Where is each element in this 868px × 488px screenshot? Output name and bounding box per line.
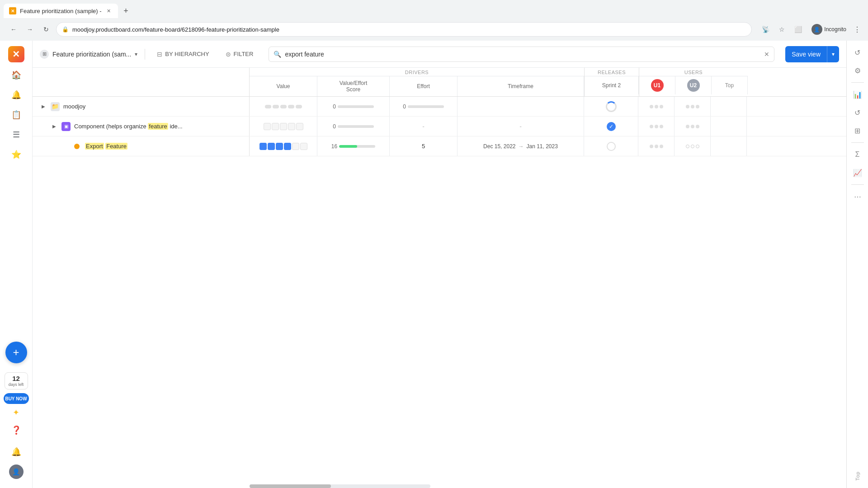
tab-close-button[interactable]: ✕ [105,7,113,14]
component-top-cell[interactable] [711,117,747,136]
reload-button[interactable]: ↻ [40,23,52,36]
drivers-label: DRIVERS [250,68,584,76]
right-sidebar: ↺ ⚙ 📊 ↺ ⊞ Σ 📈 ⋯ Top [846,41,868,488]
formula-button[interactable]: Σ [849,146,866,163]
component-u2-cell[interactable] [675,117,711,136]
add-button[interactable]: + [5,342,27,363]
more-button[interactable]: ⋯ [849,188,866,205]
filter-button[interactable]: ⊜ FILTER [221,48,258,61]
highlight-feature: feature [148,123,168,130]
component-value-cell[interactable] [250,117,317,136]
sidebar-item-list[interactable]: ☰ [7,126,25,144]
sidebar-divider [851,82,864,83]
component-score-cell[interactable]: 0 [317,117,390,136]
search-bar[interactable]: 🔍 ✕ [269,47,774,62]
analytics-button[interactable]: 📈 [849,164,866,181]
effort-header[interactable]: Effort [390,76,458,96]
refresh-button[interactable]: ↺ [849,44,866,61]
cast-button[interactable]: 📡 [759,23,772,36]
url-bar[interactable]: 🔒 moodjoy.productboard.com/feature-board… [56,22,752,37]
horizontal-scrollbar[interactable] [250,484,430,488]
buy-now-button[interactable]: BUY NOW [4,393,29,404]
search-clear-icon[interactable]: ✕ [764,51,769,58]
export-sprint2-cell[interactable] [584,136,638,156]
sync-button[interactable]: ↺ [849,104,866,121]
hierarchy-button[interactable]: ⊟ BY HIERARCHY [152,48,213,61]
sidebar-item-insights[interactable]: ⭐ [7,145,25,164]
component-effort-cell[interactable]: - [390,117,458,136]
export-top-cell[interactable] [711,136,747,156]
save-view-button[interactable]: Save view ▾ [785,46,839,62]
browser-menu-button[interactable]: ⋮ [854,25,861,34]
sidebar-item-notifications[interactable]: 🔔 [7,86,25,104]
bookmark-button[interactable]: ☆ [775,23,788,36]
moodjoy-timeframe-cell[interactable] [458,97,584,116]
board-title-chevron-icon[interactable]: ▾ [135,51,137,57]
back-button[interactable]: ← [7,23,20,36]
effort-value: 5 [422,143,425,150]
row-name-export[interactable]: Export Feature [33,136,250,156]
sidebar-item-alerts[interactable]: 🔔 [7,443,25,461]
timeframe-header[interactable]: Timeframe [458,76,584,96]
grid-button[interactable]: ⊞ [849,122,866,139]
incognito-button[interactable]: 👤 Incognito [808,22,850,37]
sidebar-divider2 [851,142,864,143]
active-tab[interactable]: ✕ Feature prioritization (sample) - ✕ [4,4,118,18]
toolbar: ⊞ Feature prioritization (sam... ▾ ⊟ BY … [33,41,846,68]
dot2 [655,105,658,108]
export-timeframe-cell[interactable]: Dec 15, 2022 → Jan 11, 2023 [458,136,584,156]
dash: - [422,123,425,130]
dash: - [519,123,522,130]
save-view-chevron-icon[interactable]: ▾ [827,51,839,57]
moodjoy-u1-cell[interactable] [638,97,675,116]
timeframe-start: Dec 15, 2022 [483,143,515,150]
sprint2-header[interactable]: Sprint 2 [585,76,639,94]
split-view-button[interactable]: ⬜ [792,23,804,36]
expand-button[interactable]: ▶ [51,123,58,130]
sidebar-item-help[interactable]: ❓ [7,421,25,439]
bar1 [265,105,271,108]
expand-button[interactable]: ▶ [40,103,47,110]
app-logo[interactable]: ✕ [8,46,24,62]
user-avatar[interactable]: 👤 [9,465,24,479]
highlight-export: Export [85,143,104,150]
new-tab-button[interactable]: + [120,5,132,17]
sidebar-item-home[interactable]: 🏠 [7,66,25,84]
score-bar [338,125,374,128]
releases-label: RELEASES [585,68,639,76]
dot3 [696,145,699,148]
component-timeframe-cell[interactable]: - [458,117,584,136]
moodjoy-u2-cell[interactable] [675,97,711,116]
sidebar-item-features[interactable]: 📋 [7,106,25,124]
settings-button[interactable]: ⚙ [849,62,866,79]
sq4 [288,123,295,130]
export-u1-cell[interactable] [638,136,675,156]
moodjoy-score-cell[interactable]: 0 [317,97,390,116]
scrollbar-thumb[interactable] [250,484,331,488]
loading-spinner [606,101,617,112]
dot3 [696,105,699,108]
row-name-moodjoy[interactable]: ▶ 📁 moodjoy [33,97,250,116]
export-u2-cell[interactable] [675,136,711,156]
moodjoy-value-cell[interactable] [250,97,317,116]
component-sprint2-cell[interactable]: ✓ [584,117,638,136]
highlight-feature2: Feature [105,143,127,150]
chart-button[interactable]: 📊 [849,86,866,103]
u2-placeholder [686,145,699,148]
row-name-component[interactable]: ▶ ▣ Component (helps organize feature id… [33,117,250,136]
component-u1-cell[interactable] [638,117,675,136]
unchecked-circle[interactable] [607,142,616,151]
value-header[interactable]: Value [250,76,317,96]
search-input[interactable] [285,51,760,58]
export-value-cell[interactable] [250,136,317,156]
grid-wrapper[interactable]: DRIVERS Value Value/EffortScore Effort T… [33,68,846,488]
moodjoy-top-cell[interactable] [711,97,747,116]
score-num: 16 [331,143,337,150]
checked-circle[interactable]: ✓ [607,122,616,131]
forward-button[interactable]: → [24,23,36,36]
export-effort-cell[interactable]: 5 [390,136,458,156]
name-column-header [33,68,250,96]
moodjoy-sprint2-cell[interactable] [584,97,638,116]
export-score-cell[interactable]: 16 [317,136,390,156]
moodjoy-effort-cell[interactable]: 0 [390,97,458,116]
